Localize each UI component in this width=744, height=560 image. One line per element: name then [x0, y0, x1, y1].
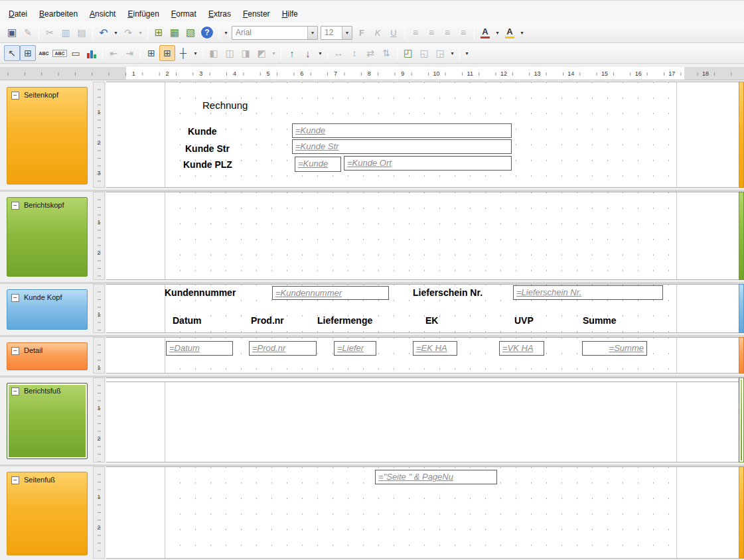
- help-button[interactable]: ?: [201, 27, 213, 38]
- send-to-back-button[interactable]: ↓: [300, 45, 316, 61]
- menu-extras[interactable]: Extras: [202, 7, 237, 21]
- collapse-icon[interactable]: [11, 202, 19, 210]
- redo-button[interactable]: ↷: [120, 25, 136, 40]
- collapse-icon[interactable]: [11, 92, 19, 100]
- undo-button[interactable]: ↶: [96, 25, 112, 40]
- object-align-center-button[interactable]: ◫: [222, 45, 238, 61]
- arrange-dropdown[interactable]: ▾: [316, 45, 325, 61]
- vk-field[interactable]: =VK HA: [499, 341, 544, 356]
- section-header-seitenfuss[interactable]: Seitenfuß: [7, 472, 88, 555]
- underline-button[interactable]: U: [386, 25, 402, 40]
- font-name-combobox[interactable]: Arial: [232, 26, 318, 40]
- grid-dropdown[interactable]: ▾: [191, 45, 200, 61]
- kundennummer-label[interactable]: Kundennummer: [165, 287, 236, 298]
- select-tool-button[interactable]: ↖: [4, 45, 20, 61]
- bold-button[interactable]: F: [354, 25, 370, 40]
- kunde-plz-field[interactable]: =Kunde: [295, 157, 341, 172]
- guides-button[interactable]: ┼: [175, 45, 191, 61]
- section-header-detail[interactable]: Detail: [7, 342, 88, 370]
- same-width-button[interactable]: ⇄: [362, 45, 378, 61]
- ek-field[interactable]: =EK HA: [413, 341, 457, 356]
- kunde-label[interactable]: Kunde: [188, 126, 217, 137]
- kunde-field[interactable]: =Kunde: [292, 123, 512, 138]
- canvas-kundekopf[interactable]: Kundennummer =Kundennummer Lieferschein …: [106, 284, 739, 333]
- font-color-dropdown[interactable]: ▾: [493, 25, 502, 40]
- object-align-top-button[interactable]: ◩: [254, 45, 269, 61]
- undo-dropdown[interactable]: ▾: [112, 25, 120, 40]
- italic-button[interactable]: K: [370, 25, 386, 40]
- kunde-ort-field[interactable]: =Kunde Ort: [344, 156, 512, 171]
- menu-fenster[interactable]: Fenster: [237, 7, 276, 21]
- column-header-summe[interactable]: Summe: [583, 315, 617, 326]
- canvas-seitenfuss[interactable]: ="Seite " & PageNu: [106, 466, 739, 559]
- menu-format[interactable]: Format: [165, 7, 202, 21]
- paste-button[interactable]: ▤: [74, 25, 90, 40]
- copy-button[interactable]: ▥: [58, 25, 74, 40]
- lieferschein-field[interactable]: =Lieferschein Nr.: [513, 285, 663, 300]
- datum-field[interactable]: =Datum: [166, 341, 233, 356]
- canvas-berichtskopf[interactable]: [106, 192, 739, 280]
- redo-dropdown[interactable]: ▾: [136, 25, 145, 40]
- align-center-button[interactable]: ≡: [423, 25, 439, 40]
- chart-tool-button[interactable]: [84, 45, 100, 61]
- align-section-left-button[interactable]: ⇤: [106, 45, 121, 61]
- fit-smallest-width-button[interactable]: ◰: [400, 45, 416, 61]
- menu-hilfe[interactable]: Hilfe: [276, 7, 304, 21]
- same-height-button[interactable]: ⇅: [378, 45, 394, 61]
- object-align-right-button[interactable]: ◨: [238, 45, 254, 61]
- highlighting-button[interactable]: A: [502, 25, 518, 40]
- align-right-button[interactable]: ≡: [439, 25, 455, 40]
- snap-grid-button[interactable]: ⊞: [159, 45, 175, 61]
- column-header-prodnr[interactable]: Prod.nr: [251, 315, 284, 326]
- conditional-formatting-button[interactable]: ▧: [183, 25, 198, 40]
- menu-einfuegen[interactable]: Einfügen: [121, 7, 165, 21]
- resize-dropdown[interactable]: ▾: [448, 45, 457, 61]
- grid-toggle-button[interactable]: ⊞: [143, 45, 159, 61]
- kundennummer-field[interactable]: =Kundennummer: [272, 286, 389, 300]
- column-header-datum[interactable]: Datum: [173, 315, 202, 326]
- highlighting-dropdown[interactable]: ▾: [518, 25, 526, 40]
- liefermenge-field[interactable]: =Liefer: [334, 341, 376, 356]
- kunde-plz-label[interactable]: Kunde PLZ: [183, 159, 232, 170]
- object-align-dropdown[interactable]: ▾: [269, 45, 278, 61]
- canvas-seitenkopf[interactable]: Rechnung Kunde =Kunde Kunde Str =Kunde S…: [106, 82, 739, 188]
- chevron-down-icon[interactable]: [307, 27, 317, 39]
- bring-to-front-button[interactable]: ↑: [284, 45, 300, 61]
- canvas-detail[interactable]: =Datum =Prod.nr =Liefer =EK HA =VK HA =S…: [106, 337, 739, 374]
- font-size-combobox[interactable]: 12: [321, 26, 352, 40]
- menu-datei[interactable]: Datei: [3, 7, 33, 21]
- lieferschein-label[interactable]: Lieferschein Nr.: [413, 287, 483, 298]
- select-report-button[interactable]: ⊞: [20, 45, 36, 61]
- column-header-liefermenge[interactable]: Liefermenge: [317, 315, 372, 326]
- collapse-icon[interactable]: [11, 294, 19, 302]
- column-header-uvp[interactable]: UVP: [514, 315, 534, 326]
- label-tool-button[interactable]: ABC: [36, 45, 52, 61]
- add-field-button[interactable]: ▦: [167, 25, 183, 40]
- menu-bearbeiten[interactable]: Bearbeiten: [33, 7, 84, 21]
- section-header-berichtskopf[interactable]: Berichtskopf: [7, 197, 88, 277]
- font-color-button[interactable]: A: [477, 25, 493, 40]
- section-header-seitenkopf[interactable]: Seitenkopf: [7, 87, 88, 184]
- kunde-str-label[interactable]: Kunde Str: [185, 143, 230, 154]
- sorting-grouping-button[interactable]: ⊞: [151, 25, 167, 40]
- cut-button[interactable]: ✂: [42, 25, 58, 40]
- collapse-icon[interactable]: [11, 387, 19, 395]
- prodnr-field[interactable]: =Prod.nr: [249, 341, 317, 356]
- edit-document-button[interactable]: ✎: [20, 25, 36, 40]
- canvas-berichtsfuss[interactable]: [106, 378, 739, 462]
- toolbar-options-dropdown[interactable]: ▾: [222, 25, 230, 40]
- chevron-down-icon[interactable]: [342, 27, 352, 39]
- fit-smallest-height-button[interactable]: ◱: [416, 45, 432, 61]
- column-header-ek[interactable]: EK: [425, 315, 438, 326]
- textbox-tool-button[interactable]: ABC: [52, 45, 68, 61]
- rechnung-label[interactable]: Rechnung: [202, 100, 248, 111]
- fit-greatest-width-button[interactable]: ◲: [432, 45, 448, 61]
- distribute-horizontal-button[interactable]: ↔: [331, 45, 346, 61]
- align-justify-button[interactable]: ≡: [455, 25, 471, 40]
- section-header-kundekopf[interactable]: Kunde Kopf: [7, 289, 88, 330]
- summe-field[interactable]: =Summe: [582, 341, 647, 356]
- section-header-berichtsfuss[interactable]: Berichtsfuß: [7, 383, 88, 459]
- distribute-vertical-button[interactable]: ↕: [346, 45, 362, 61]
- object-align-left-button[interactable]: ◧: [206, 45, 222, 61]
- save-button[interactable]: ▣: [4, 25, 20, 40]
